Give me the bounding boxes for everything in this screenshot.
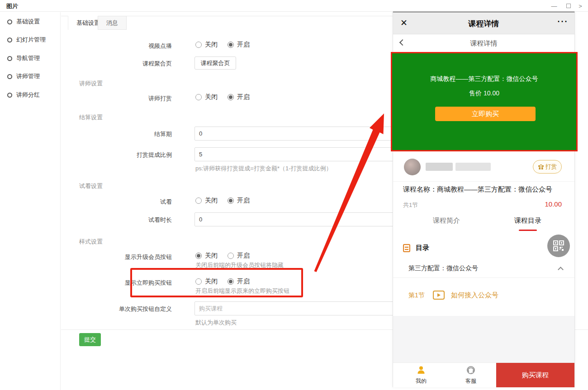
radio-label: 关闭 [205, 41, 218, 49]
radio-option[interactable]: 关闭 [195, 93, 218, 101]
field-label-buy-button-custom: 单次购买按钮自定义 [61, 305, 172, 313]
more-icon[interactable]: ⋯ [557, 15, 568, 28]
radio-circle-icon [228, 278, 234, 285]
reward-button[interactable]: 打赏 [533, 160, 562, 174]
course-price: 10.00 [545, 200, 562, 208]
field-label-show-upgrade: 显示升级会员按钮 [61, 253, 172, 261]
section-trial: 试看设置 [79, 182, 103, 190]
field-label-video-od: 视频点播 [61, 42, 172, 50]
sidebar: 基础设置 幻灯片管理 导航管理 讲师管理 讲师分红 [0, 12, 61, 390]
window-titlebar: 图片 — > [0, 0, 588, 12]
radio-group-video-od: 关闭开启 [195, 41, 250, 49]
radio-label: 关闭 [205, 252, 218, 260]
course-banner: 商城教程——第三方配置：微信公众号 售价 10.00 立即购买 [391, 52, 578, 151]
course-name: 课程名称：商城教程——第三方配置：微信公众号 [403, 185, 566, 194]
banner-price: 售价 10.00 [392, 89, 576, 98]
course-aggregation-button[interactable]: 课程聚合页 [194, 56, 236, 70]
field-label-course-agg: 课程聚合页 [61, 60, 172, 68]
sidebar-item-slides[interactable]: 幻灯片管理 [7, 35, 46, 44]
phone-footer: 我的 客服 购买课程 [393, 362, 574, 387]
footer-service[interactable]: 客服 [457, 366, 484, 385]
circle-icon [7, 56, 12, 61]
radio-label: 开启 [237, 197, 250, 205]
chevron-right-icon[interactable]: > [574, 0, 587, 12]
wechat-header: ✕ 课程详情 ⋯ [393, 12, 574, 34]
lecturer-row: 打赏 [393, 153, 574, 182]
page-nav: 课程详情 [393, 34, 574, 52]
lesson-number: 第1节 [408, 291, 425, 300]
field-label-show-buy-now: 显示立即购买按钮 [61, 279, 172, 287]
chevron-up-icon[interactable] [558, 267, 564, 273]
maximize-icon [566, 4, 571, 8]
avatar [404, 159, 421, 175]
radio-circle-icon [195, 94, 202, 100]
lecturer-name-blur [426, 163, 453, 171]
sidebar-item-lecturer-bonus[interactable]: 讲师分红 [7, 90, 40, 99]
chapter-row[interactable]: 第三方配置：微信公众号 [393, 260, 574, 278]
field-label-reward-rate: 打赏提成比例 [61, 151, 172, 159]
show-buy-now-note: 开启后前端显示原来的立即购买按钮 [195, 287, 289, 295]
radio-circle-icon [228, 253, 234, 259]
wechat-title: 课程详情 [393, 19, 574, 29]
field-label-trial-duration: 试看时长 [61, 216, 172, 224]
radio-label: 关闭 [205, 197, 218, 205]
show-upgrade-note: 关闭后前端的升级会员按钮将隐藏 [195, 261, 284, 269]
phone-preview: ✕ 课程详情 ⋯ 课程详情 商城教程——第三方配置：微信公众号 售价 10.00… [393, 11, 575, 387]
tab-message[interactable]: 消息 [98, 16, 127, 30]
section-style: 样式设置 [79, 238, 103, 246]
radio-group-lecturer-reward: 关闭开启 [195, 93, 250, 101]
radio-option[interactable]: 关闭 [195, 277, 218, 286]
circle-icon [7, 38, 12, 42]
radio-option[interactable]: 开启 [228, 197, 250, 205]
settings-form: 基础设置 消息 视频点播 关闭开启 课程聚合页 课程聚合页 讲师设置 讲师打赏 … [61, 12, 393, 390]
sidebar-item-navigation[interactable]: 导航管理 [7, 54, 40, 63]
content-background [393, 316, 574, 362]
banner-course-title: 商城教程——第三方配置：微信公众号 [392, 75, 576, 83]
radio-option[interactable]: 开启 [228, 252, 250, 260]
radio-group-trial: 关闭开启 [195, 197, 250, 205]
radio-label: 开启 [237, 252, 250, 260]
page-nav-title: 课程详情 [393, 39, 574, 48]
radio-circle-icon [228, 42, 234, 48]
radio-group-show-buy-now: 关闭开启 [195, 277, 250, 286]
gift-icon [538, 164, 544, 170]
lesson-title: 如何接入公众号 [451, 291, 498, 300]
video-icon [433, 291, 445, 300]
lesson-count: 共1节 [403, 201, 418, 209]
circle-icon [7, 93, 12, 98]
tab-course-catalog[interactable]: 课程目录 [501, 216, 555, 225]
radio-label: 开启 [237, 93, 250, 101]
radio-circle-icon [195, 197, 202, 204]
radio-option[interactable]: 关闭 [195, 41, 218, 49]
radio-option[interactable]: 开启 [228, 93, 250, 101]
lesson-row[interactable]: 第1节 如何接入公众号 [398, 283, 571, 309]
catalog-header: 目录 [403, 244, 429, 252]
radio-option[interactable]: 开启 [228, 41, 250, 49]
radio-label: 开启 [237, 277, 250, 286]
person-icon [417, 366, 426, 375]
footer-buy-course-button[interactable]: 购买课程 [496, 363, 574, 387]
sidebar-item-lecturers[interactable]: 讲师管理 [7, 72, 40, 81]
radio-label: 关闭 [205, 93, 218, 101]
radio-group-show-upgrade: 关闭开启 [195, 252, 250, 260]
radio-option[interactable]: 关闭 [195, 197, 218, 205]
radio-circle-icon [228, 94, 234, 100]
document-icon [403, 244, 410, 252]
qr-code-icon [553, 240, 564, 251]
window-title: 图片 [6, 2, 18, 10]
tab-course-intro[interactable]: 课程简介 [419, 216, 474, 225]
section-lecturer: 讲师设置 [79, 80, 103, 88]
sidebar-item-basic-settings[interactable]: 基础设置 [7, 17, 40, 26]
radio-label: 开启 [237, 41, 250, 49]
minimize-button[interactable]: — [547, 0, 561, 12]
submit-button[interactable]: 提交 [79, 333, 101, 346]
lecturer-name-blur [455, 163, 491, 171]
radio-option[interactable]: 关闭 [195, 252, 218, 260]
radio-circle-icon [195, 42, 202, 48]
radio-option[interactable]: 开启 [228, 277, 250, 286]
footer-mine[interactable]: 我的 [408, 366, 435, 385]
field-label-lecturer-reward: 讲师打赏 [61, 94, 172, 103]
field-label-settle-period: 结算期 [61, 130, 172, 138]
qr-code-button[interactable] [547, 235, 570, 257]
buy-now-button[interactable]: 立即购买 [435, 107, 536, 121]
